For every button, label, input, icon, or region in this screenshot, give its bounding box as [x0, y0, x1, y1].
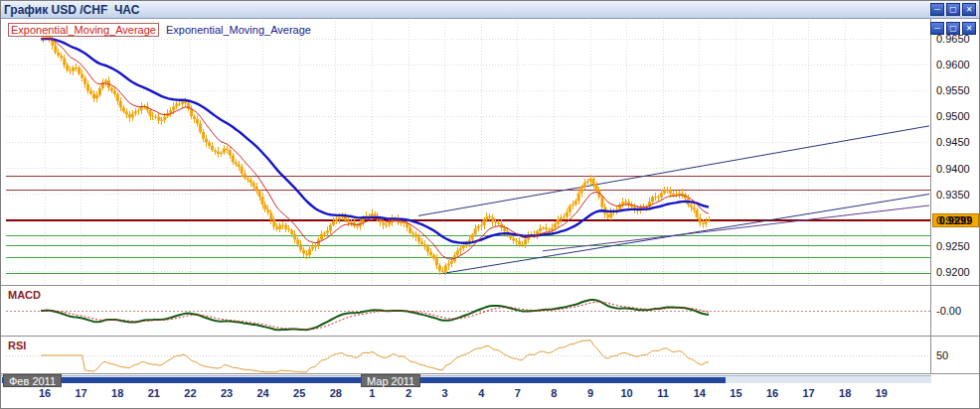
window-controls: ─ ▢ ✕ [930, 3, 976, 16]
price-tick-label: 0.9500 [936, 110, 970, 122]
date-label: 16 [34, 387, 56, 399]
time-axis: 1617182122232425281234789101114151617181… [1, 387, 931, 400]
date-label: 11 [652, 387, 674, 399]
macd-label: MACD [8, 289, 41, 301]
macd-axis-value: -0.00 [936, 305, 961, 317]
date-label: 15 [725, 387, 746, 399]
date-label: 28 [325, 387, 347, 399]
month-badge: Фев 2011 [3, 374, 62, 387]
date-label: 7 [507, 387, 529, 399]
month-badge: Мар 2011 [361, 374, 420, 387]
minimize-button[interactable]: ─ [930, 3, 944, 16]
date-label: 21 [143, 387, 165, 399]
date-label: 24 [252, 387, 274, 399]
date-label: 1 [361, 387, 383, 399]
price-tick-label: 0.9400 [936, 163, 970, 175]
price-tick-label: 0.9300 [936, 214, 970, 226]
date-label: 10 [616, 387, 638, 399]
price-tick-label: 0.9650 [936, 33, 970, 45]
price-tick-label: 0.9600 [936, 59, 970, 70]
date-label: 14 [689, 387, 711, 399]
date-label: 23 [216, 387, 238, 399]
maximize-icon: ▢ [949, 6, 957, 14]
indicator-legend: Exponential_Moving_Average Exponential_M… [8, 23, 311, 37]
maximize-button[interactable]: ▢ [946, 3, 960, 16]
date-label: 17 [71, 387, 92, 399]
date-label: 4 [470, 387, 492, 399]
date-label: 22 [179, 387, 201, 399]
chart-canvas[interactable] [1, 1, 980, 409]
close-icon: ✕ [966, 6, 973, 14]
date-label: 18 [834, 387, 856, 399]
legend-ema-slow[interactable]: Exponential_Moving_Average [166, 24, 311, 36]
rsi-axis-value: 50 [936, 349, 948, 361]
date-label: 8 [543, 387, 565, 399]
price-axis: 0.9299 -0.00 50 0.96500.96000.95500.9500… [931, 19, 980, 374]
price-tick-label: 0.9550 [936, 84, 970, 96]
rsi-label: RSI [8, 340, 26, 351]
chart-window: График USD /CHF ЧАС ─ ▢ ✕ ─ ▢ ✕ Exponent… [0, 0, 980, 409]
date-label: 25 [288, 387, 310, 399]
price-tick-label: 0.9350 [936, 189, 970, 201]
minimize-icon: ─ [934, 6, 940, 14]
date-label: 9 [579, 387, 601, 399]
date-label: 16 [761, 387, 783, 399]
legend-ema-fast[interactable]: Exponential_Moving_Average [8, 23, 159, 37]
window-titlebar[interactable]: График USD /CHF ЧАС ─ ▢ ✕ [1, 1, 979, 19]
price-tick-label: 0.9200 [936, 266, 970, 278]
date-label: 3 [434, 387, 456, 399]
date-label: 18 [106, 387, 128, 399]
horizontal-scrollbar[interactable] [1, 375, 931, 383]
date-label: 17 [798, 387, 820, 399]
window-title: График USD /CHF ЧАС [4, 3, 139, 17]
date-label: 19 [871, 387, 893, 399]
date-label: 2 [398, 387, 419, 399]
close-button[interactable]: ✕ [962, 3, 976, 16]
price-tick-label: 0.9450 [936, 136, 970, 148]
price-tick-label: 0.9250 [936, 240, 970, 252]
